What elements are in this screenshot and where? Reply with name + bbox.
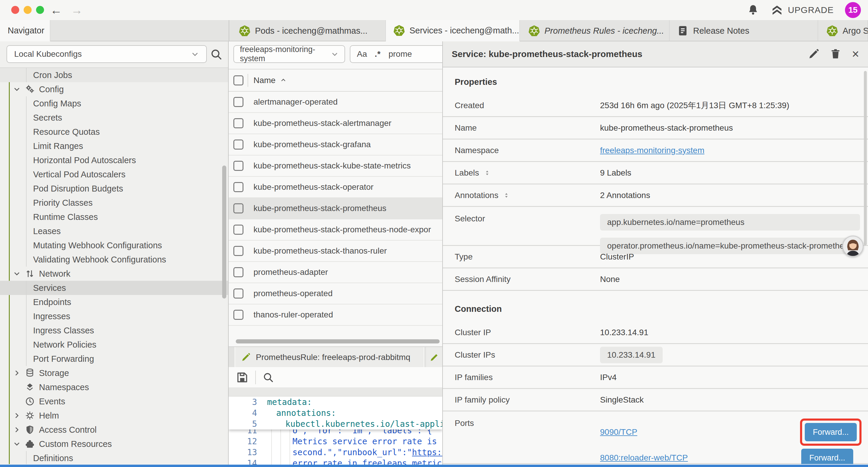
sidebar-item-label: Priority Classes [33, 198, 92, 208]
table-row[interactable]: kube-prometheus-stack-prometheus-node-ex… [229, 219, 442, 241]
sidebar-item-storage[interactable]: Storage [0, 366, 228, 380]
chevron-right-icon[interactable] [13, 426, 21, 434]
forward-arrow-icon[interactable]: → [71, 3, 83, 17]
sidebar-item-definitions[interactable]: Definitions [0, 451, 228, 464]
tab-services-icecheng-math[interactable]: Services - icecheng@math...× [386, 20, 520, 41]
pencil-icon[interactable] [808, 49, 819, 60]
row-checkbox[interactable] [234, 140, 243, 150]
sidebar-item-access-control[interactable]: Access Control [0, 423, 228, 437]
sidebar-item-port-forwarding[interactable]: Port Forwarding [0, 352, 228, 366]
row-checkbox[interactable] [234, 97, 243, 107]
table-row[interactable]: alertmanager-operated [229, 92, 442, 113]
namespace-link[interactable]: freeleaps-monitoring-system [600, 146, 704, 155]
tab-navigator[interactable]: Navigator [0, 20, 50, 41]
port-link[interactable]: 9090/TCP [600, 428, 637, 437]
sidebar-item-ingress-classes[interactable]: Ingress Classes [0, 323, 228, 338]
row-checkbox[interactable] [234, 118, 243, 128]
yaml-editor[interactable]: 11o", "for": "1m", "labels": { "service"… [229, 397, 442, 465]
sidebar-item-resource-quotas[interactable]: Resource Quotas [0, 125, 228, 139]
sidebar-item-network-policies[interactable]: Network Policies [0, 338, 228, 352]
sidebar-item-events[interactable]: Events [0, 394, 228, 408]
row-checkbox[interactable] [234, 267, 243, 277]
line-number: 4 [229, 408, 257, 418]
sidebar-item-leases[interactable]: Leases [0, 224, 228, 238]
table-row[interactable]: kube-prometheus-stack-grafana [229, 134, 442, 155]
sidebar-item-secrets[interactable]: Secrets [0, 111, 228, 125]
sidebar-scrollbar[interactable] [222, 166, 226, 298]
table-row[interactable]: prometheus-adapter [229, 262, 442, 283]
editor-tab[interactable]: PrometheusRule: freeleaps-prod-rabbitmq [235, 347, 424, 368]
tab-release-notes[interactable]: Release Notes [670, 20, 818, 41]
sidebar-item-priority-classes[interactable]: Priority Classes [0, 196, 228, 210]
table-row[interactable]: kube-prometheus-stack-alertmanager [229, 113, 442, 134]
back-arrow-icon[interactable]: ← [50, 3, 62, 17]
port-link[interactable]: 8080:reloader-web/TCP [600, 453, 688, 463]
sidebar-item-network[interactable]: Network [0, 267, 228, 281]
sidebar-item-namespaces[interactable]: Namespaces [0, 380, 228, 394]
row-checkbox[interactable] [234, 246, 243, 256]
column-header-name[interactable]: Name [253, 76, 287, 85]
row-checkbox[interactable] [234, 225, 243, 235]
tab-pods-icecheng-mathmas[interactable]: Pods - icecheng@mathmas... [231, 20, 386, 41]
sidebar-item-validating-webhook-configurations[interactable]: Validating Webhook Configurations [0, 253, 228, 267]
bell-icon[interactable] [747, 4, 759, 16]
kubeconfig-selector[interactable]: Local Kubeconfigs [6, 45, 207, 63]
sidebar-item-mutating-webhook-configurations[interactable]: Mutating Webhook Configurations [0, 238, 228, 253]
search-icon[interactable] [210, 48, 223, 61]
row-checkbox[interactable] [234, 203, 243, 213]
chevron-right-icon[interactable] [13, 369, 21, 377]
table-row[interactable]: kube-prometheus-stack-operator [229, 177, 442, 198]
editor-tab-partial[interactable] [426, 347, 442, 368]
sidebar-item-pod-disruption-budgets[interactable]: Pod Disruption Budgets [0, 181, 228, 196]
table-row[interactable]: thanos-ruler-operated [229, 304, 442, 326]
forward-button[interactable]: Forward... [805, 423, 857, 441]
detail-scrollbar[interactable] [864, 71, 867, 245]
match-case-toggle[interactable]: Aa [357, 49, 367, 59]
tab-prometheus-rules-icecheng[interactable]: Prometheus Rules - icecheng... [521, 20, 670, 41]
table-row[interactable]: kube-prometheus-stack-kube-state-metrics [229, 155, 442, 177]
forward-button[interactable]: Forward... [801, 449, 853, 464]
row-checkbox[interactable] [234, 310, 243, 320]
table-row[interactable]: kube-prometheus-stack-prometheus [229, 198, 442, 219]
row-checkbox[interactable] [234, 182, 243, 192]
horizontal-scrollbar[interactable] [236, 339, 440, 344]
editor-search-icon[interactable] [262, 372, 274, 383]
sidebar-item-config-maps[interactable]: Config Maps [0, 96, 228, 111]
chevron-right-icon[interactable] [13, 412, 21, 419]
regex-toggle[interactable]: .* [375, 49, 381, 59]
close-icon[interactable]: × [852, 48, 859, 60]
sort-icon[interactable] [483, 169, 491, 177]
sidebar-item-cron-jobs[interactable]: Cron Jobs [0, 68, 228, 82]
namespace-filter-dropdown[interactable]: freeleaps-monitoring-system [234, 45, 345, 63]
sidebar-item-helm[interactable]: Helm [0, 408, 228, 423]
notification-badge[interactable]: 15 [845, 2, 861, 18]
tab-argo-se[interactable]: Argo Se [819, 20, 868, 41]
sidebar-item-runtime-classes[interactable]: Runtime Classes [0, 210, 228, 224]
property-label: Selector [455, 214, 485, 224]
sort-icon[interactable] [502, 192, 510, 199]
sidebar-item-horizontal-pod-autoscalers[interactable]: Horizontal Pod Autoscalers [0, 153, 228, 167]
sidebar-item-limit-ranges[interactable]: Limit Ranges [0, 139, 228, 153]
row-checkbox[interactable] [234, 161, 243, 171]
sidebar-item-custom-resources[interactable]: Custom Resources [0, 437, 228, 451]
save-icon[interactable] [236, 371, 249, 384]
upgrade-button[interactable]: UPGRADE [770, 4, 834, 16]
sidebar-item-endpoints[interactable]: Endpoints [0, 295, 228, 309]
table-search-input[interactable]: Aa .* prome [350, 45, 442, 63]
table-row[interactable]: kube-prometheus-stack-thanos-ruler [229, 241, 442, 262]
sidebar-item-ingresses[interactable]: Ingresses [0, 309, 228, 323]
window-minimize-button[interactable] [24, 6, 32, 14]
avatar[interactable] [842, 236, 864, 257]
row-checkbox[interactable] [234, 289, 243, 298]
select-all-checkbox[interactable] [234, 76, 243, 85]
chevron-down-icon[interactable] [13, 270, 21, 278]
chevron-down-icon[interactable] [13, 440, 21, 448]
window-maximize-button[interactable] [36, 6, 44, 14]
chevron-down-icon[interactable] [13, 85, 21, 93]
sidebar-item-services[interactable]: Services [0, 281, 228, 295]
sidebar-item-vertical-pod-autoscalers[interactable]: Vertical Pod Autoscalers [0, 167, 228, 181]
window-close-button[interactable] [11, 6, 19, 14]
trash-icon[interactable] [830, 49, 841, 60]
sidebar-item-config[interactable]: Config [0, 82, 228, 96]
table-row[interactable]: prometheus-operated [229, 283, 442, 304]
